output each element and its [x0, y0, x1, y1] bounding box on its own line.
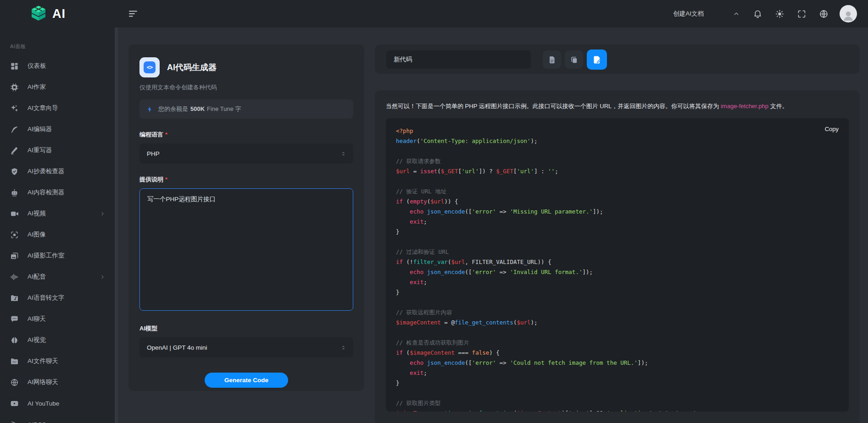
generate-code-button[interactable]: Generate Code — [205, 373, 288, 388]
sidebar-item[interactable]: AI重写器 — [0, 140, 115, 161]
sidebar-item[interactable]: AI内容检测器 — [0, 182, 115, 203]
sidebar-item[interactable]: AI文章向导 — [0, 98, 115, 119]
code-line — [396, 328, 839, 338]
copy-document-button[interactable] — [565, 50, 583, 69]
sidebar-item-label: AI视频 — [28, 209, 46, 218]
globe-icon — [10, 378, 19, 387]
sidebar-item[interactable]: AI YouTube — [0, 393, 115, 414]
code-line: } — [396, 287, 839, 297]
code-line: if ($imageContent === false) { — [396, 348, 839, 358]
save-document-button[interactable] — [587, 49, 607, 70]
language-select-value: PHP — [147, 150, 160, 157]
sidebar-item-label: AI语音转文字 — [28, 294, 64, 302]
bell-icon[interactable] — [753, 9, 762, 19]
sidebar-item-label: AI抄袭检查器 — [28, 167, 64, 176]
fullscreen-icon[interactable] — [797, 9, 807, 19]
output-panel: 当然可以！下面是一个简单的 PHP 远程图片接口示例。此接口可以接收一个图片 U… — [375, 90, 860, 423]
rss-icon — [10, 420, 19, 423]
sidebar-section-label: AI面板 — [10, 43, 115, 50]
chat-icon — [10, 315, 19, 324]
select-stepper-icon — [340, 150, 347, 157]
sidebar-item[interactable]: AI视觉 — [0, 330, 115, 351]
sidebar-item[interactable]: AI作家 — [0, 77, 115, 98]
dashboard-icon — [10, 62, 19, 71]
chip-icon — [10, 83, 19, 92]
sidebar-item-label: AI网络聊天 — [28, 378, 58, 386]
balance-amount: 500K — [190, 105, 205, 112]
document-title-input[interactable] — [386, 50, 531, 69]
chevron-up-icon[interactable] — [732, 10, 740, 18]
code-line: echo json_encode(['error' => 'Could not … — [396, 358, 839, 368]
sidebar-item[interactable]: AI文件聊天 — [0, 351, 115, 372]
sidebar-item[interactable]: AI聊天 — [0, 308, 115, 330]
sidebar-item[interactable]: AIRSS — [0, 414, 115, 423]
code-line: if (empty($url)) { — [396, 197, 839, 207]
person-icon — [841, 9, 855, 22]
sidebar-item[interactable]: 仪表板 — [0, 55, 115, 77]
copy-code-button[interactable]: Copy — [825, 126, 839, 132]
code-badge: <> — [139, 57, 160, 77]
sidebar-item[interactable]: AI摄影工作室 — [0, 245, 115, 266]
sidebar-item-label: AI视觉 — [28, 336, 46, 344]
app-logo[interactable]: AI — [0, 5, 115, 23]
copy-icon — [570, 55, 579, 64]
sidebar-item[interactable]: AI图像 — [0, 224, 115, 245]
music-folder-icon — [10, 294, 19, 302]
code-line: $url = isset($_GET['url']) ? $_GET['url'… — [396, 166, 839, 176]
code-brackets-icon: <> — [144, 61, 156, 73]
logo-text: AI — [52, 7, 66, 21]
globe-icon[interactable] — [819, 9, 829, 19]
sidebar-item-label: AI聊天 — [28, 315, 46, 323]
code-line: // 检查是否成功获取到图片 — [396, 338, 839, 348]
menu-icon[interactable] — [128, 8, 139, 19]
save-edit-icon — [592, 55, 602, 65]
sidebar-item-label: AI重写器 — [28, 146, 52, 154]
model-select[interactable]: OpenAI | GPT 4o mini — [139, 337, 353, 357]
feather-icon — [10, 125, 19, 134]
description-label: 提供说明* — [139, 176, 353, 184]
sidebar-item-label: AI配音 — [28, 273, 46, 281]
sidebar-item[interactable]: AI抄袭检查器 — [0, 161, 115, 182]
code-line — [396, 297, 839, 308]
code-line: // 过滤和验证 URL — [396, 247, 839, 257]
sidebar-item[interactable]: AI网络聊天 — [0, 372, 115, 393]
code-line: echo json_encode(['error' => 'Missing UR… — [396, 207, 839, 217]
code-line: exit; — [396, 368, 839, 378]
code-line: $imageContent = @file_get_contents($url)… — [396, 318, 839, 328]
code-line: <?php — [396, 126, 839, 136]
sidebar-item[interactable]: AI配音 — [0, 266, 115, 287]
panel-subtitle: 仅使用文本命令创建各种代码 — [139, 83, 353, 92]
new-document-button[interactable] — [543, 50, 561, 69]
language-select[interactable]: PHP — [139, 143, 353, 164]
youtube-icon — [10, 399, 19, 408]
video-icon — [10, 209, 19, 218]
avatar[interactable] — [840, 5, 857, 22]
sidebar-item[interactable]: AI语音转文字 — [0, 287, 115, 308]
code-line — [396, 388, 839, 398]
document-icon — [548, 55, 556, 64]
sidebar-item-label: AI文件聊天 — [28, 357, 58, 365]
code-line: // 获取远程图片内容 — [396, 308, 839, 318]
assistant-intro-text: 当然可以！下面是一个简单的 PHP 远程图片接口示例。此接口可以接收一个图片 U… — [386, 102, 849, 110]
code-line: if (!filter_var($url, FILTER_VALIDATE_UR… — [396, 257, 839, 267]
sidebar-item[interactable]: AI编辑器 — [0, 119, 115, 140]
sun-icon[interactable] — [775, 9, 785, 19]
balance-bar: 您的余额是500KFine Tune 字 — [139, 99, 353, 119]
sidebar-item-label: AI内容检测器 — [28, 188, 64, 197]
sidebar-scrollbar[interactable] — [115, 27, 118, 423]
select-stepper-icon — [340, 344, 347, 351]
sidebar-item[interactable]: AI视频 — [0, 203, 115, 224]
shield-icon — [10, 167, 19, 176]
chevron-right-icon — [100, 274, 106, 280]
generator-panel: <> AI代码生成器 仅使用文本命令创建各种代码 您的余额是500KFine T… — [128, 44, 364, 391]
code-block: Copy <?phpheader('Content-Type: applicat… — [386, 118, 849, 412]
sparkles-icon — [10, 104, 19, 113]
cube-logo-icon — [29, 5, 48, 23]
sidebar-item-label: 仪表板 — [28, 62, 46, 70]
create-ai-doc-link[interactable]: 创建AI文档 — [673, 10, 704, 18]
description-textarea[interactable]: 写一个PHP远程图片接口 — [139, 188, 353, 311]
generator-header: <> AI代码生成器 — [139, 57, 353, 77]
sidebar-item-label: AI图像 — [28, 231, 46, 239]
sidebar: AI面板 仪表板AI作家AI文章向导AI编辑器AI重写器AI抄袭检查器AI内容检… — [0, 27, 115, 423]
sidebar-item-label: AI YouTube — [28, 400, 59, 407]
